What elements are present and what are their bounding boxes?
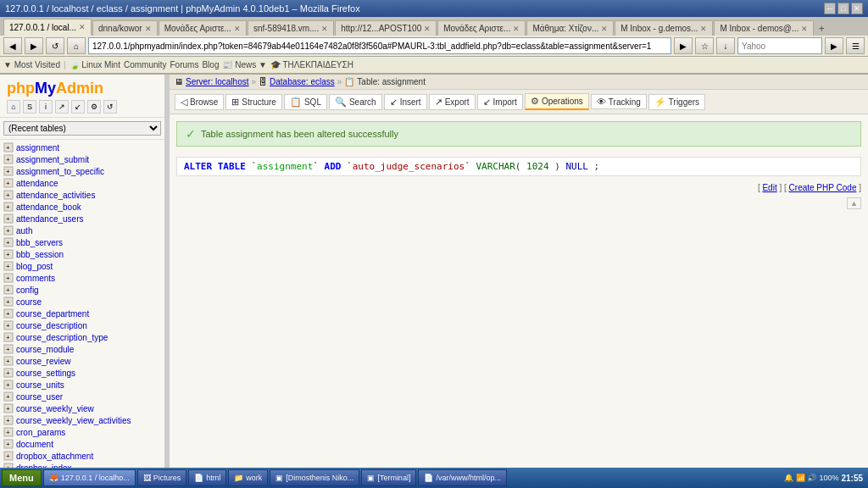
tab-close-icon[interactable]: ✕ xyxy=(145,25,152,33)
breadcrumb-database[interactable]: Database: eclass xyxy=(270,77,335,86)
tab-close-icon[interactable]: ✕ xyxy=(424,25,431,33)
operations-button[interactable]: ⚙ Operations xyxy=(525,93,589,110)
triggers-button[interactable]: ⚡ Triggers xyxy=(648,94,705,110)
tab-monades1[interactable]: Μονάδες Αριστε... ✕ xyxy=(159,20,247,36)
sql-button[interactable]: 📋 SQL xyxy=(284,94,327,110)
tab-snf[interactable]: snf-589418.vm.... ✕ xyxy=(248,20,334,36)
list-item[interactable]: + course_module xyxy=(0,343,164,355)
search-input[interactable] xyxy=(737,37,822,54)
forward-button[interactable]: ▶ xyxy=(25,37,43,54)
new-tab-button[interactable]: + xyxy=(815,22,828,36)
list-item[interactable]: + auth xyxy=(0,225,164,236)
taskbar-item-terminal[interactable]: ▣ [Terminal] xyxy=(361,469,416,471)
refresh-button[interactable]: ↺ xyxy=(46,37,64,54)
taskbar-item-work[interactable]: 📁 work xyxy=(228,469,268,471)
tab-close-icon[interactable]: ✕ xyxy=(79,23,86,31)
list-item[interactable]: + course xyxy=(0,296,164,308)
import-button[interactable]: ↙ Import xyxy=(477,94,523,110)
tab-close-icon[interactable]: ✕ xyxy=(601,25,608,33)
taskbar-item-pictures[interactable]: 🖼 Pictures xyxy=(137,469,187,471)
bookmark-blog[interactable]: Blog xyxy=(202,60,219,69)
list-item[interactable]: + course_weekly_view xyxy=(0,402,164,414)
pma-icon-status[interactable]: i xyxy=(39,100,53,114)
list-item[interactable]: + course_settings xyxy=(0,367,164,379)
list-item[interactable]: + dropbox_attachment xyxy=(0,450,164,462)
pma-icon-export[interactable]: ↗ xyxy=(55,100,69,114)
search-button[interactable]: 🔍 Search xyxy=(329,94,382,110)
tab-dnna[interactable]: dnna/kowor ✕ xyxy=(92,20,158,36)
list-item[interactable]: + course_department xyxy=(0,308,164,319)
list-item[interactable]: + course_review xyxy=(0,355,164,367)
structure-button[interactable]: ⊞ Structure xyxy=(225,94,282,110)
bookmark-linux-mint[interactable]: 🍃 Linux Mint xyxy=(70,60,120,69)
maximize-button[interactable]: □ xyxy=(837,3,849,14)
browse-button[interactable]: ◁ Browse xyxy=(175,94,224,110)
tab-close-icon[interactable]: ✕ xyxy=(801,25,808,33)
list-item[interactable]: + assignment_submit xyxy=(0,153,164,165)
start-button[interactable]: Menu xyxy=(2,469,42,471)
tab-close-icon[interactable]: ✕ xyxy=(321,25,328,33)
pma-icon-sql[interactable]: S xyxy=(23,100,36,114)
download-button[interactable]: ↓ xyxy=(716,37,735,54)
bookmark-community[interactable]: Community xyxy=(124,60,167,69)
tab-phpmyadmin[interactable]: 127.0.0.1 / local... ✕ xyxy=(3,19,92,36)
list-item[interactable]: + attendance_activities xyxy=(0,189,164,201)
taskbar-item-firefox[interactable]: 🦊 127.0.0.1 / localho... xyxy=(43,469,136,471)
go-button[interactable]: ▶ xyxy=(674,37,693,54)
minimize-button[interactable]: ─ xyxy=(824,3,836,14)
taskbar-item-html[interactable]: 📄 html xyxy=(188,469,226,471)
breadcrumb-server[interactable]: Server: localhost xyxy=(186,77,248,86)
pma-icon-refresh[interactable]: ↺ xyxy=(103,100,117,114)
bookmark-most-visited[interactable]: ▼ Most Visited xyxy=(3,60,60,69)
table-expand-icon: + xyxy=(3,225,14,236)
scroll-up-icon[interactable]: ▲ xyxy=(847,197,861,209)
list-item[interactable]: + cron_params xyxy=(0,426,164,438)
pma-icon-import[interactable]: ↙ xyxy=(71,100,85,114)
list-item[interactable]: + bbb_servers xyxy=(0,236,164,248)
insert-button[interactable]: ↙ Insert xyxy=(384,94,427,110)
tab-mathima[interactable]: Μάθημα: Χτίζον... ✕ xyxy=(526,20,614,36)
list-item[interactable]: + assignment xyxy=(0,141,164,153)
tracking-button[interactable]: 👁 Tracking xyxy=(591,94,647,109)
list-item[interactable]: + course_description_type xyxy=(0,331,164,343)
list-item[interactable]: + blog_post xyxy=(0,260,164,272)
bookmark-forums[interactable]: Forums xyxy=(170,60,199,69)
list-item[interactable]: + config xyxy=(0,284,164,296)
tab-close-icon[interactable]: ✕ xyxy=(234,25,241,33)
create-php-code-link[interactable]: Create PHP Code xyxy=(789,183,857,192)
list-item[interactable]: + bbb_session xyxy=(0,248,164,260)
list-item[interactable]: + attendance_users xyxy=(0,213,164,225)
recent-tables-select[interactable]: (Recent tables) xyxy=(3,121,161,136)
home-button[interactable]: ⌂ xyxy=(67,37,86,54)
bookmark-telekpaideysh[interactable]: 🎓 ΤΗΛΕΚΠΑΙΔΕΥΣΗ xyxy=(270,60,353,69)
close-button[interactable]: ✕ xyxy=(851,3,863,14)
pma-icon-home[interactable]: ⌂ xyxy=(7,100,20,114)
menu-button[interactable]: ☰ xyxy=(846,37,865,54)
pma-icon-settings[interactable]: ⚙ xyxy=(87,100,101,114)
list-item[interactable]: + course_weekly_view_activities xyxy=(0,414,164,426)
list-item[interactable]: + attendance_book xyxy=(0,201,164,213)
svg-text:+: + xyxy=(6,239,10,247)
bookmark-star[interactable]: ☆ xyxy=(695,37,714,54)
tab-inbox2[interactable]: M Inbox - demos@... ✕ xyxy=(714,20,814,36)
taskbar-item-varwww[interactable]: 📄 /var/www/html/op... xyxy=(418,469,507,471)
edit-link[interactable]: Edit xyxy=(762,183,776,192)
list-item[interactable]: + course_user xyxy=(0,391,164,402)
list-item[interactable]: + document xyxy=(0,438,164,450)
search-go-button[interactable]: ▶ xyxy=(825,37,843,54)
tab-inbox1[interactable]: M Inbox - g.demos... ✕ xyxy=(615,20,713,36)
list-item[interactable]: + course_description xyxy=(0,319,164,331)
back-button[interactable]: ◀ xyxy=(3,37,22,54)
address-input[interactable] xyxy=(88,37,671,54)
export-button[interactable]: ↗ Export xyxy=(429,94,476,110)
list-item[interactable]: + attendance xyxy=(0,177,164,189)
tab-apost100[interactable]: http://12...APOST100 ✕ xyxy=(335,20,437,36)
tab-close-icon[interactable]: ✕ xyxy=(700,25,707,33)
tab-close-icon[interactable]: ✕ xyxy=(513,25,520,33)
taskbar-item-dimosthenis[interactable]: ▣ [Dimosthenis Niko... xyxy=(270,469,359,471)
list-item[interactable]: + course_units xyxy=(0,379,164,391)
list-item[interactable]: + assignment_to_specific xyxy=(0,165,164,177)
list-item[interactable]: + comments xyxy=(0,272,164,284)
bookmark-news[interactable]: 📰 News ▼ xyxy=(222,60,266,69)
tab-monades2[interactable]: Μονάδες Αριστε... ✕ xyxy=(437,20,526,36)
